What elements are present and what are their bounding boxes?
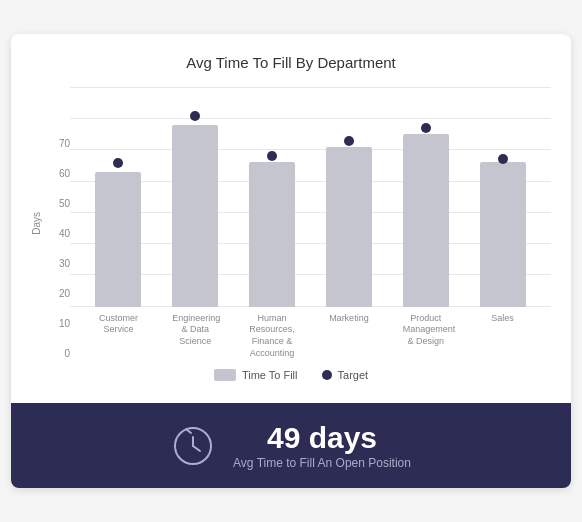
chart-area: Days 010203040506070 CustomerServiceEngi… <box>31 87 551 360</box>
bar-group <box>172 125 218 307</box>
bars-row <box>70 87 551 307</box>
x-label: CustomerService <box>95 313 141 360</box>
legend-target: Target <box>322 369 369 381</box>
bar <box>403 134 449 307</box>
bar-group <box>403 134 449 307</box>
x-label: ProductManagement& Design <box>403 313 449 360</box>
clock-icon <box>171 424 215 468</box>
target-dot <box>190 111 200 121</box>
y-axis-labels: 010203040506070 <box>46 139 70 359</box>
y-tick: 60 <box>59 169 70 179</box>
target-dot <box>344 136 354 146</box>
y-tick: 30 <box>59 259 70 269</box>
bar <box>326 147 372 307</box>
bar <box>480 162 526 307</box>
chart-card: Avg Time To Fill By Department Days 0102… <box>11 34 571 489</box>
svg-line-2 <box>193 446 200 451</box>
summary-text: 49 days Avg Time to Fill An Open Positio… <box>233 421 411 470</box>
y-tick: 50 <box>59 199 70 209</box>
chart-title: Avg Time To Fill By Department <box>31 54 551 71</box>
target-dot <box>421 123 431 133</box>
legend-target-label: Target <box>338 369 369 381</box>
legend-fill: Time To Fill <box>214 369 298 381</box>
legend-target-swatch <box>322 370 332 380</box>
x-label: Engineering& DataScience <box>172 313 218 360</box>
bar <box>95 172 141 307</box>
legend: Time To Fill Target <box>31 369 551 393</box>
legend-fill-swatch <box>214 369 236 381</box>
bar-group <box>326 147 372 307</box>
target-dot <box>113 158 123 168</box>
summary-description: Avg Time to Fill An Open Position <box>233 456 411 470</box>
y-tick: 10 <box>59 319 70 329</box>
x-label: HumanResources,Finance &Accounting <box>249 313 295 360</box>
bar-group <box>480 162 526 307</box>
y-axis-title: Days <box>31 212 42 235</box>
bar-group <box>249 162 295 307</box>
summary-days-value: 49 days <box>267 421 377 454</box>
target-dot <box>498 154 508 164</box>
bar-group <box>95 172 141 307</box>
summary-bar: 49 days Avg Time to Fill An Open Positio… <box>11 403 571 488</box>
legend-fill-label: Time To Fill <box>242 369 298 381</box>
x-label: Sales <box>480 313 526 360</box>
x-label: Marketing <box>326 313 372 360</box>
chart-section: Avg Time To Fill By Department Days 0102… <box>11 34 571 404</box>
x-labels-row: CustomerServiceEngineering& DataScienceH… <box>70 307 551 360</box>
y-tick: 70 <box>59 139 70 149</box>
y-tick: 20 <box>59 289 70 299</box>
chart-inner: CustomerServiceEngineering& DataScienceH… <box>70 87 551 360</box>
grid-and-bars <box>70 87 551 307</box>
target-dot <box>267 151 277 161</box>
bar <box>249 162 295 307</box>
bar <box>172 125 218 307</box>
y-tick: 40 <box>59 229 70 239</box>
